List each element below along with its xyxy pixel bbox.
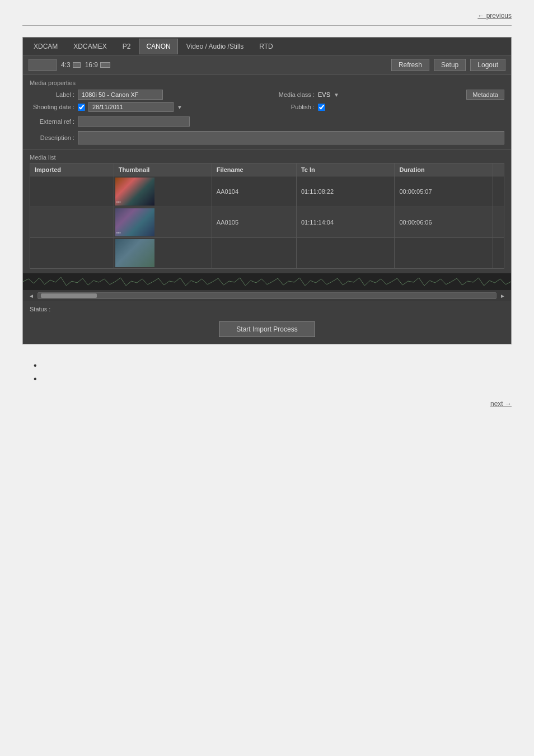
col-filename: Filename	[212, 164, 296, 176]
bottom-link[interactable]: next →	[490, 400, 512, 408]
status-label: Status :	[30, 306, 50, 312]
top-navigation: ← previous	[22, 11, 512, 20]
media-class-label: Media class :	[270, 91, 315, 98]
cell-imported-3	[30, 238, 114, 269]
cell-thumbnail-1	[114, 176, 212, 207]
blank-toolbar-btn[interactable]	[29, 59, 57, 71]
top-link[interactable]: ← previous	[477, 12, 512, 20]
cell-duration-2: 00:00:06:06	[395, 207, 493, 238]
thumbnail-1	[115, 178, 154, 206]
bottom-navigation: next →	[22, 399, 512, 408]
cell-filename-1: AA0104	[212, 176, 296, 207]
aspect-169-label: 16:9	[85, 61, 98, 69]
col-thumbnail: Thumbnail	[114, 164, 212, 176]
bullet-item-1: •	[22, 361, 512, 370]
refresh-button[interactable]: Refresh	[391, 59, 429, 71]
tab-p2[interactable]: P2	[115, 39, 138, 54]
tab-canon[interactable]: CANON	[139, 39, 177, 54]
cell-duration-3	[395, 238, 493, 269]
thumbnail-2	[115, 208, 154, 236]
col-imported: Imported	[30, 164, 114, 176]
aspect-43-btn[interactable]: 4:3	[61, 61, 81, 69]
media-class-row: Media class : EVS ▼ Metadata	[270, 90, 504, 100]
scroll-thumb[interactable]	[41, 293, 97, 298]
cell-tc-in-3	[296, 238, 395, 269]
media-class-value: EVS	[318, 91, 330, 98]
shooting-date-dropdown-icon[interactable]: ▼	[177, 104, 182, 110]
import-row: Start Import Process	[23, 317, 511, 344]
table-row[interactable]: AA0105 01:11:14:04 00:00:06:06	[30, 207, 504, 238]
cell-filename-3	[212, 238, 296, 269]
cell-imported-1	[30, 176, 114, 207]
aspect-169-btn[interactable]: 16:9	[85, 61, 110, 69]
shooting-date-checkbox[interactable]	[78, 104, 85, 111]
cell-tc-in-1: 01:11:08:22	[296, 176, 395, 207]
external-ref-input[interactable]	[78, 116, 190, 127]
bullet-item-2: •	[22, 375, 512, 384]
col-duration: Duration	[395, 164, 493, 176]
top-divider	[22, 25, 512, 26]
label-row: Label :	[30, 90, 264, 100]
tab-xdcamex[interactable]: XDCAMEX	[66, 39, 114, 54]
thumbnail-3	[115, 239, 154, 267]
shooting-date-checkbox-label	[78, 104, 85, 111]
metadata-button[interactable]: Metadata	[466, 90, 504, 100]
scroll-left-arrow[interactable]: ◄	[29, 293, 34, 299]
aspect-43-label: 4:3	[61, 61, 71, 69]
logout-button[interactable]: Logout	[470, 59, 505, 71]
cell-thumbnail-3	[114, 238, 212, 269]
media-properties-section: Media properties Label : Media class : E…	[23, 75, 511, 150]
media-properties-label: Media properties	[30, 80, 504, 86]
media-list-section: Media list Imported Thumbnail Filename T…	[23, 150, 511, 273]
publish-row: Publish :	[270, 104, 504, 111]
app-container: XDCAM XDCAMEX P2 CANON Video / Audio /St…	[22, 37, 512, 344]
cell-extra-1	[493, 176, 504, 207]
table-header-row: Imported Thumbnail Filename Tc In Durati…	[30, 164, 504, 176]
bullet-dot-1: •	[34, 361, 37, 370]
bullet-section: • •	[22, 356, 512, 394]
col-scroll-indicator	[493, 164, 504, 176]
shooting-date-input[interactable]	[88, 102, 174, 112]
external-ref-row: External ref :	[30, 116, 504, 127]
cell-thumbnail-2	[114, 207, 212, 238]
page-wrapper: ← previous XDCAM XDCAMEX P2 CANON Video …	[0, 0, 534, 419]
props-grid: Label : Media class : EVS ▼ Metadata Sho…	[30, 90, 504, 144]
table-row[interactable]	[30, 238, 504, 269]
cell-tc-in-2: 01:11:14:04	[296, 207, 395, 238]
label-input[interactable]	[78, 90, 163, 100]
tab-rtd[interactable]: RTD	[252, 39, 280, 54]
bullet-dot-2: •	[34, 375, 37, 384]
table-row[interactable]: AA0104 01:11:08:22 00:00:05:07	[30, 176, 504, 207]
aspect-169-box	[100, 62, 110, 68]
start-import-button[interactable]: Start Import Process	[219, 321, 315, 337]
waveform-svg	[23, 273, 511, 290]
scrollbar-row: ◄ ►	[23, 290, 511, 301]
cell-duration-1: 00:00:05:07	[395, 176, 493, 207]
media-class-dropdown-icon[interactable]: ▼	[334, 92, 339, 98]
tab-bar: XDCAM XDCAMEX P2 CANON Video / Audio /St…	[23, 38, 511, 55]
media-list-label: Media list	[30, 154, 504, 161]
cell-extra-2	[493, 207, 504, 238]
shooting-date-row: Shooting date : ▼	[30, 102, 264, 112]
cell-imported-2	[30, 207, 114, 238]
media-table: Imported Thumbnail Filename Tc In Durati…	[30, 163, 504, 269]
publish-checkbox[interactable]	[318, 104, 325, 111]
setup-button[interactable]: Setup	[434, 59, 466, 71]
cell-extra-3	[493, 238, 504, 269]
description-row: Description :	[30, 131, 504, 144]
tab-xdcam[interactable]: XDCAM	[26, 39, 65, 54]
scroll-right-arrow[interactable]: ►	[500, 293, 505, 299]
status-row: Status :	[23, 301, 511, 317]
description-label: Description :	[30, 134, 74, 141]
description-input[interactable]	[78, 131, 504, 144]
horizontal-scrollbar[interactable]	[38, 292, 496, 299]
aspect-43-box	[73, 62, 81, 68]
waveform-display	[23, 273, 511, 290]
external-ref-label: External ref :	[30, 118, 74, 125]
toolbar-row: 4:3 16:9 Refresh Setup Logout	[23, 55, 511, 75]
label-field-label: Label :	[30, 91, 74, 98]
cell-filename-2: AA0105	[212, 207, 296, 238]
tab-video-audio-stills[interactable]: Video / Audio /Stills	[179, 39, 251, 54]
col-tc-in: Tc In	[296, 164, 395, 176]
shooting-date-label: Shooting date :	[30, 104, 74, 110]
